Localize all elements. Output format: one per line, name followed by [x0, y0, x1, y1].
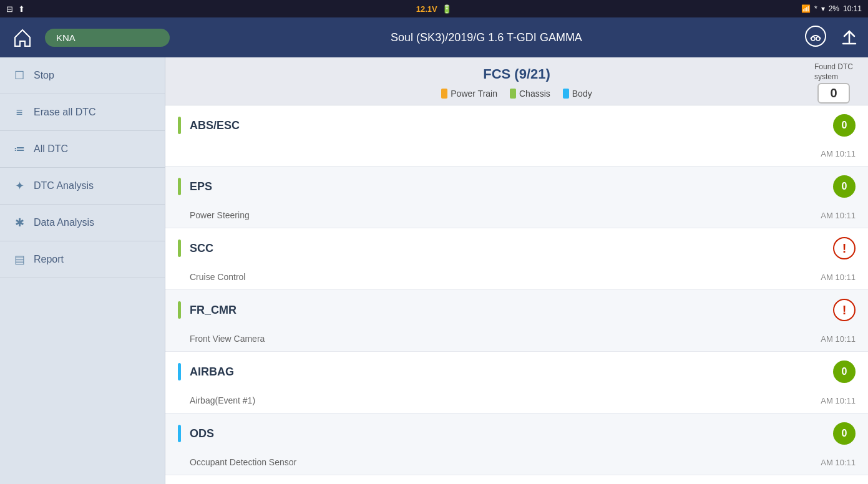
name-eps: EPS [190, 180, 833, 193]
system-row-fr-cmr[interactable]: FR_CMR ! Front View Camera AM 10:11 [165, 290, 868, 352]
legend-power-train: Power Train [441, 89, 497, 99]
erase-icon: ≡ [12, 105, 26, 119]
bar-scc [178, 240, 181, 257]
data-icon: ✱ [12, 216, 26, 230]
badge-scc: ! [833, 237, 856, 259]
sidebar-item-report[interactable]: ▤ Report [0, 241, 165, 278]
chassis-label: Chassis [519, 89, 550, 99]
sidebar-label-all-dtc: All DTC [34, 143, 68, 155]
sidebar-label-erase: Erase all DTC [34, 107, 96, 118]
badge-ods: 0 [833, 422, 856, 445]
badge-eps: 0 [833, 175, 856, 198]
body-dot [563, 89, 569, 99]
system-main-abs-esc: ABS/ESC 0 [165, 105, 868, 145]
bar-ods [178, 425, 181, 442]
battery-percent: 2% [829, 4, 839, 13]
system-subrow-scc: Cruise Control AM 10:11 [165, 268, 868, 289]
power-train-dot [441, 89, 447, 99]
name-fr-cmr: FR_CMR [190, 304, 833, 317]
name-airbag: AIRBAG [190, 365, 833, 379]
system-main-scc: SCC ! [165, 228, 868, 268]
time-scc: AM 10:11 [821, 273, 856, 282]
stop-icon: ☐ [12, 69, 26, 82]
system-subrow-airbag: Airbag(Event #1) AM 10:11 [165, 392, 868, 413]
battery-icon: 🔋 [442, 4, 452, 14]
system-row-aircon[interactable]: AIRCON 0 Air Conditioner AM 10:11 [165, 475, 868, 484]
name-abs-esc: ABS/ESC [190, 119, 833, 132]
vin-input[interactable] [45, 29, 170, 47]
badge-fr-cmr: ! [833, 299, 856, 321]
system-main-eps: EPS 0 [165, 167, 868, 206]
sidebar-item-stop[interactable]: ☐ Stop [0, 57, 165, 94]
sidebar-item-erase-dtc[interactable]: ≡ Erase all DTC [0, 94, 165, 131]
signal-icon: ▾ [821, 4, 825, 13]
system-subrow-ods: Occupant Detection Sensor AM 10:11 [165, 453, 868, 475]
badge-airbag: 0 [833, 361, 856, 383]
sidebar-label-dtc-analysis: DTC Analysis [34, 180, 94, 191]
car-settings-icon[interactable] [803, 24, 828, 51]
system-row-scc[interactable]: SCC ! Cruise Control AM 10:11 [165, 228, 868, 290]
system-row-abs-esc[interactable]: ABS/ESC 0 AM 10:11 [165, 105, 868, 167]
upload-icon: ⬆ [18, 4, 25, 14]
found-dtc-label: Found DTCsystem [814, 62, 853, 82]
sidebar-item-dtc-analysis[interactable]: ✦ DTC Analysis [0, 168, 165, 205]
badge-abs-esc: 0 [833, 114, 856, 137]
legend-body: Body [563, 89, 592, 99]
top-nav: Soul (SK3)/2019/G 1.6 T-GDI GAMMA [0, 17, 868, 57]
system-row-eps[interactable]: EPS 0 Power Steering AM 10:11 [165, 167, 868, 228]
system-subrow-abs-esc: AM 10:11 [165, 145, 868, 166]
report-icon: ▤ [12, 253, 26, 266]
main-layout: ☐ Stop ≡ Erase all DTC ≔ All DTC ✦ DTC A… [0, 57, 868, 484]
system-list: ABS/ESC 0 AM 10:11 EPS 0 Power Steering … [165, 105, 868, 484]
time-airbag: AM 10:11 [821, 396, 856, 405]
list-icon: ≔ [12, 142, 26, 156]
power-train-label: Power Train [451, 89, 497, 99]
status-bar-left: ⊟ ⬆ [6, 4, 25, 14]
sub-name-scc: Cruise Control [190, 272, 245, 282]
screen-icon: ⊟ [6, 4, 13, 14]
found-dtc-section: Found DTCsystem 0 [814, 62, 853, 104]
sidebar-label-stop: Stop [34, 70, 54, 81]
system-main-aircon: AIRCON 0 [165, 475, 868, 484]
nav-icons [803, 24, 861, 51]
bar-eps [178, 178, 181, 195]
system-row-airbag[interactable]: AIRBAG 0 Airbag(Event #1) AM 10:11 [165, 352, 868, 414]
voltage-value: 12.1V [416, 4, 437, 14]
sub-name-ods: Occupant Detection Sensor [190, 457, 296, 467]
legend-chassis: Chassis [510, 89, 550, 99]
sub-name-eps: Power Steering [190, 210, 250, 220]
status-bar-right: 📶 * ▾ 2% 10:11 [801, 4, 862, 13]
system-main-fr-cmr: FR_CMR ! [165, 290, 868, 330]
time-fr-cmr: AM 10:11 [821, 334, 856, 344]
system-main-airbag: AIRBAG 0 [165, 352, 868, 392]
clock: 10:11 [843, 4, 862, 13]
sub-name-airbag: Airbag(Event #1) [190, 395, 255, 405]
bar-airbag [178, 363, 181, 380]
bluetooth-icon: * [814, 4, 817, 13]
system-main-ods: ODS 0 [165, 414, 868, 453]
status-bar: ⊟ ⬆ 12.1V 🔋 📶 * ▾ 2% 10:11 [0, 0, 868, 17]
content-title: FCS (9/21) [483, 66, 550, 82]
sidebar-label-report: Report [34, 254, 64, 265]
name-scc: SCC [190, 242, 833, 255]
system-subrow-eps: Power Steering AM 10:11 [165, 206, 868, 228]
vehicle-title: Soul (SK3)/2019/G 1.6 T-GDI GAMMA [177, 31, 796, 44]
svg-point-2 [816, 37, 820, 41]
sidebar-item-data-analysis[interactable]: ✱ Data Analysis [0, 205, 165, 241]
upload-button[interactable] [838, 25, 861, 50]
bar-fr-cmr [178, 301, 181, 319]
time-abs-esc: AM 10:11 [821, 149, 856, 158]
voltage-display: 12.1V 🔋 [416, 4, 452, 14]
system-row-ods[interactable]: ODS 0 Occupant Detection Sensor AM 10:11 [165, 414, 868, 475]
time-ods: AM 10:11 [821, 458, 856, 467]
sub-name-fr-cmr: Front View Camera [190, 334, 265, 344]
time-eps: AM 10:11 [821, 211, 856, 220]
system-subrow-fr-cmr: Front View Camera AM 10:11 [165, 330, 868, 351]
chassis-dot [510, 89, 516, 99]
svg-point-1 [811, 37, 815, 41]
sidebar-item-all-dtc[interactable]: ≔ All DTC [0, 131, 165, 168]
home-button[interactable] [7, 22, 37, 52]
content-area: FCS (9/21) Power Train Chassis Body Foun… [165, 57, 868, 484]
name-ods: ODS [190, 427, 833, 440]
sidebar: ☐ Stop ≡ Erase all DTC ≔ All DTC ✦ DTC A… [0, 57, 165, 484]
